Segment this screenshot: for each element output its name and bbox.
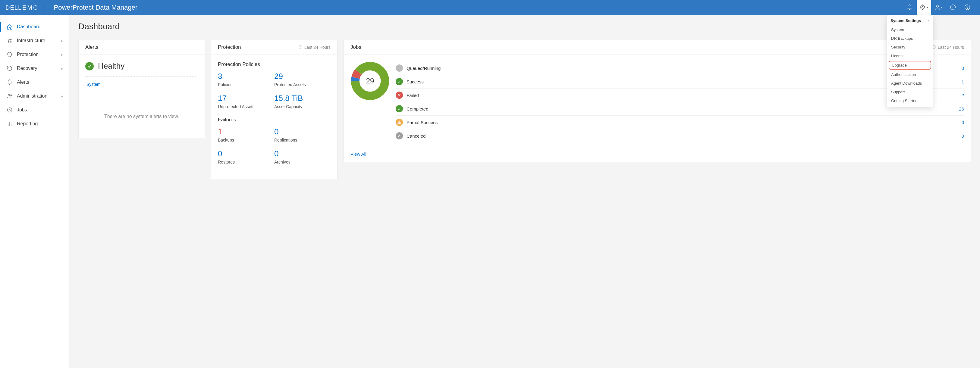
sidebar-item-label: Administration bbox=[17, 94, 47, 99]
job-row-count: 1 bbox=[962, 79, 964, 84]
brand-dell: DELL bbox=[5, 4, 22, 11]
protection-card: Protection Last 24 Hours Protection Poli… bbox=[211, 40, 337, 179]
stat-archives[interactable]: 0Archives bbox=[274, 149, 331, 165]
stat-policies[interactable]: 3Policies bbox=[218, 72, 274, 87]
dropdown-item-support[interactable]: Support bbox=[887, 88, 933, 96]
status-warn-icon bbox=[396, 119, 403, 126]
jobs-card-title: Jobs bbox=[350, 44, 361, 50]
protection-icon bbox=[6, 51, 13, 57]
sidebar-item-label: Alerts bbox=[17, 79, 29, 85]
dropdown-item-agent-downloads[interactable]: Agent Downloads bbox=[887, 79, 933, 88]
jobs-icon bbox=[6, 107, 13, 113]
sidebar-item-label: Reporting bbox=[17, 121, 38, 127]
job-row-count: 0 bbox=[962, 120, 964, 125]
dashboard-icon bbox=[6, 24, 13, 30]
sidebar-item-label: Infrastructure bbox=[17, 38, 45, 43]
status-slash-icon bbox=[396, 132, 403, 140]
policies-section-title: Protection Policies bbox=[218, 62, 331, 67]
sidebar-item-reporting[interactable]: Reporting bbox=[3, 117, 66, 131]
dropdown-title: System Settings bbox=[891, 18, 921, 23]
chevron-right-icon: ▶ bbox=[61, 95, 63, 98]
administration-icon bbox=[6, 93, 13, 99]
job-row-success[interactable]: Success1 bbox=[396, 75, 964, 89]
sidebar-item-administration[interactable]: Administration▶ bbox=[3, 89, 66, 103]
jobs-donut-chart: 29 bbox=[350, 62, 390, 101]
svg-point-12 bbox=[11, 95, 11, 96]
sidebar-item-label: Dashboard bbox=[17, 24, 40, 30]
view-all-link[interactable]: View All bbox=[344, 147, 970, 162]
job-row-label: Canceled bbox=[407, 133, 425, 138]
sidebar-item-alerts[interactable]: Alerts bbox=[3, 75, 66, 89]
job-row-count: 0 bbox=[962, 133, 964, 138]
cards-row: Alerts Healthy System There are no syste… bbox=[78, 40, 971, 179]
sidebar-item-jobs[interactable]: Jobs bbox=[3, 103, 66, 117]
topbar-actions: ▼ ▸ bbox=[902, 0, 975, 15]
stat-label: Protected Assets bbox=[274, 82, 331, 87]
failures-section-title: Failures bbox=[218, 117, 331, 123]
svg-point-4 bbox=[953, 6, 953, 6]
job-row-count: 2 bbox=[962, 93, 964, 98]
svg-point-7 bbox=[8, 39, 9, 40]
job-row-canceled[interactable]: Canceled0 bbox=[396, 129, 964, 143]
sidebar-item-dashboard[interactable]: Dashboard bbox=[3, 20, 66, 34]
jobs-time-range-label: Last 24 Hours bbox=[938, 45, 964, 50]
svg-point-10 bbox=[11, 41, 11, 43]
failures-grid: 1Backups0Replications0Restores0Archives bbox=[218, 127, 331, 165]
settings-button[interactable]: ▼ bbox=[917, 0, 931, 15]
system-alerts-link[interactable]: System bbox=[86, 82, 101, 87]
svg-point-11 bbox=[8, 94, 10, 96]
svg-point-6 bbox=[967, 8, 968, 8]
sidebar-item-infrastructure[interactable]: Infrastructure▶ bbox=[3, 34, 66, 48]
sidebar-item-label: Protection bbox=[17, 52, 38, 57]
stat-protected-assets[interactable]: 29Protected Assets bbox=[274, 72, 331, 87]
stat-asset-capacity[interactable]: 15.8 TiBAsset Capacity bbox=[274, 94, 331, 109]
job-row-failed[interactable]: Failed2 bbox=[396, 89, 964, 102]
jobs-total: 29 bbox=[350, 62, 390, 101]
stat-value: 15.8 TiB bbox=[274, 94, 331, 103]
job-row-label: Success bbox=[407, 79, 424, 84]
stat-replications[interactable]: 0Replications bbox=[274, 127, 331, 143]
protection-time-range-label: Last 24 Hours bbox=[304, 45, 331, 50]
job-row-label: Completed bbox=[407, 106, 428, 111]
dropdown-item-upgrade[interactable]: Upgrade bbox=[889, 61, 931, 70]
notifications-button[interactable] bbox=[902, 0, 917, 15]
svg-point-8 bbox=[11, 39, 11, 40]
brand-emc: EMC bbox=[22, 4, 38, 11]
stat-value: 29 bbox=[274, 72, 331, 81]
job-row-count: 26 bbox=[959, 106, 964, 111]
health-status: Healthy bbox=[85, 62, 198, 76]
alerts-icon bbox=[6, 79, 13, 85]
jobs-card: Jobs Last 24 Hours 29 Queued/Running0Suc… bbox=[344, 40, 971, 162]
system-settings-dropdown[interactable]: System Settings ▲ SystemDR BackupsSecuri… bbox=[886, 15, 933, 107]
status-check-icon bbox=[396, 105, 403, 112]
stat-backups[interactable]: 1Backups bbox=[218, 127, 274, 143]
stat-value: 0 bbox=[274, 149, 331, 159]
dropdown-item-security[interactable]: Security bbox=[887, 43, 933, 51]
dropdown-item-getting-started[interactable]: Getting Started bbox=[887, 96, 933, 105]
job-row-queued-running[interactable]: Queued/Running0 bbox=[396, 62, 964, 75]
dropdown-item-license[interactable]: License bbox=[887, 51, 933, 60]
job-row-label: Partial Success bbox=[407, 120, 438, 125]
job-row-partial-success[interactable]: Partial Success0 bbox=[396, 116, 964, 129]
stat-value: 0 bbox=[274, 127, 331, 136]
jobs-card-head: Jobs Last 24 Hours bbox=[344, 40, 970, 55]
info-button[interactable] bbox=[946, 0, 960, 15]
content: Dashboard Alerts Healthy System There ar… bbox=[69, 15, 980, 368]
dropdown-item-authentication[interactable]: Authentication bbox=[887, 70, 933, 79]
help-button[interactable] bbox=[960, 0, 975, 15]
infrastructure-icon bbox=[6, 38, 13, 44]
page-title: Dashboard bbox=[78, 22, 971, 31]
job-row-completed[interactable]: Completed26 bbox=[396, 102, 964, 116]
stat-label: Policies bbox=[218, 82, 274, 87]
stat-unprotected-assets[interactable]: 17Unprotected Assets bbox=[218, 94, 274, 109]
svg-point-1 bbox=[937, 5, 939, 7]
dropdown-item-dr-backups[interactable]: DR Backups bbox=[887, 34, 933, 43]
protection-card-title: Protection bbox=[218, 44, 241, 50]
sidebar-item-label: Recovery bbox=[17, 66, 37, 71]
sidebar-item-recovery[interactable]: Recovery▶ bbox=[3, 62, 66, 75]
dropdown-item-system[interactable]: System bbox=[887, 25, 933, 34]
brand: DELLEMC PowerProtect Data Manager bbox=[5, 4, 137, 11]
user-button[interactable]: ▸ bbox=[931, 0, 946, 15]
sidebar-item-protection[interactable]: Protection▶ bbox=[3, 48, 66, 62]
stat-restores[interactable]: 0Restores bbox=[218, 149, 274, 165]
